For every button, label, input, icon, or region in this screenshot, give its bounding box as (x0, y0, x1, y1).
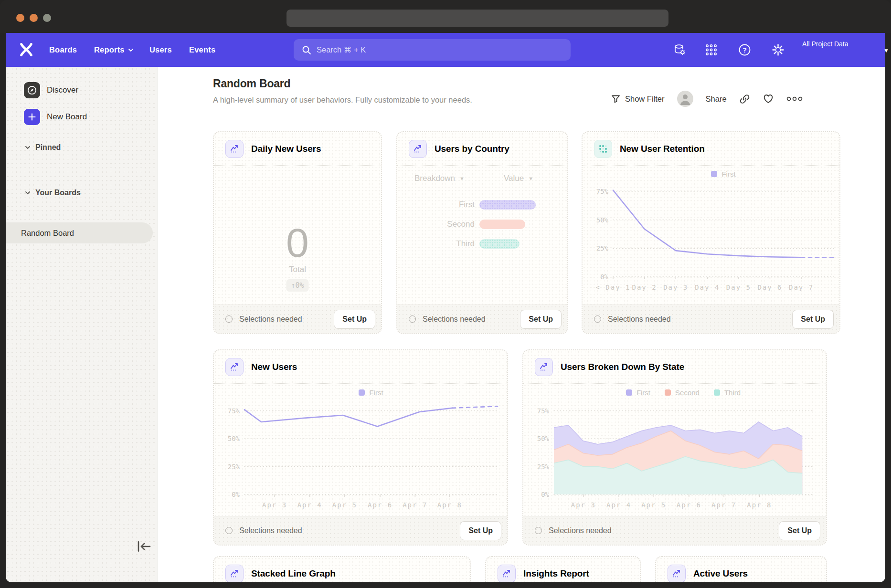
svg-text:Apr 6: Apr 6 (677, 501, 701, 509)
svg-text:25%: 25% (228, 463, 240, 471)
status-text: Selections needed (549, 526, 779, 535)
chevron-down-icon (128, 48, 134, 52)
nav-boards[interactable]: Boards (49, 33, 77, 67)
svg-text:?: ? (742, 46, 747, 54)
svg-text:Apr 3: Apr 3 (571, 501, 596, 509)
svg-text:Apr 5: Apr 5 (641, 501, 666, 509)
svg-text:Apr 3: Apr 3 (262, 501, 287, 509)
avatar[interactable] (677, 91, 693, 107)
sidebar-item-random-board[interactable]: Random Board (6, 222, 153, 243)
more-options-icon[interactable] (786, 96, 803, 102)
status-text: Selections needed (239, 315, 334, 324)
svg-text:25%: 25% (596, 244, 609, 252)
nav-reports[interactable]: Reports (94, 33, 134, 67)
placeholder-bar (479, 239, 520, 249)
svg-text:Day 2: Day 2 (632, 284, 657, 291)
card-header: New User Retention (583, 132, 839, 166)
svg-text:Apr 6: Apr 6 (368, 501, 392, 509)
setup-button[interactable]: Set Up (779, 521, 820, 540)
search-bar[interactable] (294, 39, 571, 61)
status-text: Selections needed (608, 315, 792, 324)
bar-label: Third (427, 239, 475, 249)
sidebar-section-your-boards[interactable]: Your Boards (25, 189, 81, 197)
window-close-icon[interactable] (16, 14, 24, 22)
search-icon (302, 45, 311, 55)
card-footer: Selections needed Set Up (523, 516, 826, 545)
svg-text:Day 5: Day 5 (726, 284, 751, 291)
sidebar-section-pinned[interactable]: Pinned (25, 143, 61, 152)
caret-down-icon: ▼ (459, 176, 465, 181)
sidebar-item-discover[interactable]: Discover (24, 82, 78, 98)
metric-value: 0 (214, 219, 381, 266)
value-dropdown[interactable]: Value ▼ (504, 174, 533, 183)
nav-events[interactable]: Events (189, 33, 215, 67)
legend-item: First (711, 170, 735, 178)
placeholder-bar (479, 200, 536, 210)
chevron-down-icon: ▼ (883, 47, 889, 54)
data-management-icon[interactable] (673, 43, 686, 56)
browser-address-bar[interactable] (286, 10, 668, 27)
line-chart-icon (535, 358, 553, 376)
status-radio-icon (594, 315, 601, 323)
page-subtitle: A high-level summary of user behaviors. … (213, 95, 472, 105)
svg-text:Apr 7: Apr 7 (403, 501, 427, 509)
card-users-by-state: Users Broken Down By State FirstSecondTh… (522, 349, 827, 546)
card-title: Insights Report (523, 568, 589, 579)
apps-grid-icon[interactable] (705, 43, 718, 56)
svg-text:Apr 8: Apr 8 (437, 501, 462, 509)
legend-item: First (626, 388, 650, 397)
window-zoom-icon[interactable] (43, 14, 51, 22)
card-header: Daily New Users (214, 132, 381, 166)
setup-button[interactable]: Set Up (460, 521, 501, 540)
sidebar: Discover New Board Pinned Random Board Y… (6, 67, 158, 582)
breakdown-dropdown[interactable]: Breakdown ▼ (414, 174, 465, 183)
card-header: New Users (214, 350, 507, 384)
svg-text:75%: 75% (228, 407, 240, 415)
board-actions: Show Filter Share (611, 90, 803, 108)
card-footer: Selections needed Set Up (214, 304, 381, 333)
copy-link-icon[interactable] (739, 94, 750, 105)
board-content: Random Board A high-level summary of use… (158, 67, 885, 582)
new-users-line-chart: 75%50%25%0%Apr 3Apr 4Apr 5Apr 6Apr 7Apr … (214, 399, 508, 518)
help-icon[interactable]: ? (738, 43, 751, 56)
window-minimize-icon[interactable] (30, 14, 38, 22)
bar-row: First (479, 200, 536, 210)
placeholder-bar (479, 220, 525, 229)
page-title: Random Board (213, 77, 290, 90)
chevron-down-icon (25, 191, 31, 195)
svg-text:25%: 25% (537, 463, 550, 471)
show-filter-button[interactable]: Show Filter (611, 94, 665, 104)
line-chart-icon (498, 565, 516, 583)
nav-users[interactable]: Users (149, 33, 172, 67)
setup-button[interactable]: Set Up (792, 310, 834, 329)
svg-text:50%: 50% (596, 216, 609, 224)
svg-text:50%: 50% (537, 435, 550, 442)
svg-text:Apr 4: Apr 4 (606, 501, 631, 509)
status-radio-icon (225, 315, 233, 323)
stacked-area-chart: 75%50%25%0%Apr 3Apr 4Apr 5Apr 6Apr 7Apr … (523, 399, 827, 518)
legend-label: First (721, 170, 735, 178)
chart-legend: First (244, 388, 498, 397)
legend-label: Third (724, 388, 741, 397)
card-title: Users by Country (435, 144, 509, 154)
settings-gear-icon[interactable] (772, 43, 785, 56)
collapse-sidebar-icon[interactable] (136, 539, 153, 554)
search-input[interactable] (317, 45, 546, 54)
org-switcher[interactable]: All Project Data ▼ (802, 39, 879, 62)
status-text: Selections needed (239, 526, 460, 535)
svg-text:50%: 50% (228, 435, 240, 442)
setup-button[interactable]: Set Up (520, 310, 562, 329)
bar-label: Second (427, 220, 475, 229)
setup-button[interactable]: Set Up (334, 310, 375, 329)
status-radio-icon (535, 527, 542, 534)
mixpanel-logo-icon[interactable] (19, 42, 33, 57)
favorite-heart-icon[interactable] (763, 94, 774, 104)
line-chart-icon (225, 140, 244, 158)
svg-text:Day 6: Day 6 (757, 284, 782, 291)
card-header: Users by Country (397, 132, 567, 166)
share-button[interactable]: Share (706, 94, 727, 104)
metric-label: Total (214, 265, 381, 274)
card-active-users: Active Users (655, 556, 827, 582)
line-chart-icon (409, 140, 427, 158)
sidebar-item-new-board[interactable]: New Board (24, 109, 87, 125)
